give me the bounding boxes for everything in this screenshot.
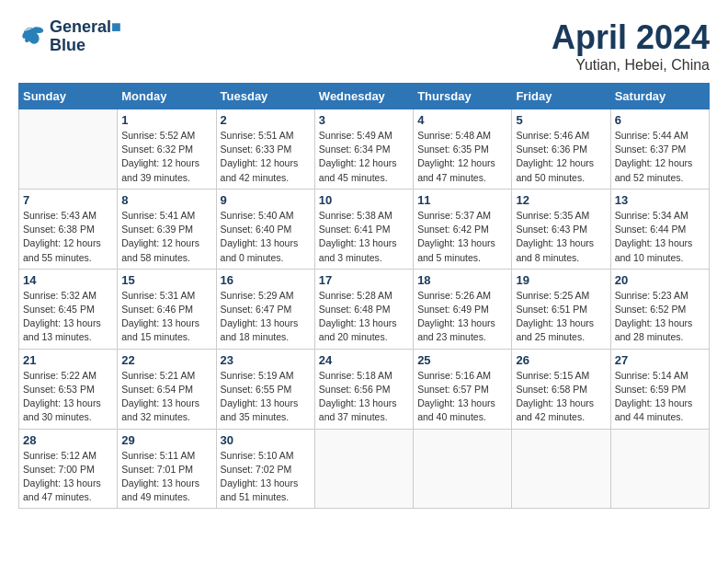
calendar-week-row: 7Sunrise: 5:43 AMSunset: 6:38 PMDaylight…	[19, 189, 710, 269]
day-info: Sunrise: 5:52 AMSunset: 6:32 PMDaylight:…	[121, 129, 211, 185]
calendar-cell: 11Sunrise: 5:37 AMSunset: 6:42 PMDayligh…	[414, 189, 512, 269]
day-number: 22	[121, 353, 211, 367]
day-number: 11	[417, 193, 507, 207]
day-info: Sunrise: 5:14 AMSunset: 6:59 PMDaylight:…	[615, 369, 705, 425]
day-number: 4	[417, 113, 507, 127]
calendar-cell: 23Sunrise: 5:19 AMSunset: 6:55 PMDayligh…	[216, 349, 314, 429]
column-header-monday: Monday	[118, 84, 216, 109]
calendar-week-row: 1Sunrise: 5:52 AMSunset: 6:32 PMDaylight…	[19, 109, 710, 190]
day-number: 10	[319, 193, 409, 207]
day-number: 13	[615, 193, 705, 207]
day-info: Sunrise: 5:40 AMSunset: 6:40 PMDaylight:…	[221, 209, 311, 265]
day-number: 16	[221, 273, 311, 287]
day-number: 28	[23, 433, 113, 447]
day-number: 6	[615, 113, 705, 127]
day-info: Sunrise: 5:23 AMSunset: 6:52 PMDaylight:…	[615, 289, 705, 345]
day-number: 19	[516, 273, 606, 287]
calendar-table: SundayMondayTuesdayWednesdayThursdayFrid…	[18, 83, 710, 509]
calendar-week-row: 14Sunrise: 5:32 AMSunset: 6:45 PMDayligh…	[19, 269, 710, 349]
day-number: 23	[221, 353, 311, 367]
day-number: 15	[121, 273, 211, 287]
calendar-cell: 12Sunrise: 5:35 AMSunset: 6:43 PMDayligh…	[512, 189, 610, 269]
calendar-cell	[314, 429, 413, 509]
calendar-cell: 10Sunrise: 5:38 AMSunset: 6:41 PMDayligh…	[314, 189, 413, 269]
day-number: 21	[23, 353, 113, 367]
calendar-cell: 22Sunrise: 5:21 AMSunset: 6:54 PMDayligh…	[118, 349, 216, 429]
day-number: 3	[319, 113, 409, 127]
calendar-cell: 3Sunrise: 5:49 AMSunset: 6:34 PMDaylight…	[314, 109, 413, 190]
day-number: 27	[615, 353, 705, 367]
day-info: Sunrise: 5:35 AMSunset: 6:43 PMDaylight:…	[516, 209, 606, 265]
day-info: Sunrise: 5:43 AMSunset: 6:38 PMDaylight:…	[23, 209, 113, 265]
calendar-cell: 29Sunrise: 5:11 AMSunset: 7:01 PMDayligh…	[118, 429, 216, 509]
day-info: Sunrise: 5:31 AMSunset: 6:46 PMDaylight:…	[121, 289, 211, 345]
day-number: 30	[221, 433, 311, 447]
day-number: 9	[221, 193, 311, 207]
day-info: Sunrise: 5:12 AMSunset: 7:00 PMDaylight:…	[23, 449, 113, 505]
day-info: Sunrise: 5:34 AMSunset: 6:44 PMDaylight:…	[615, 209, 705, 265]
calendar-cell: 20Sunrise: 5:23 AMSunset: 6:52 PMDayligh…	[610, 269, 709, 349]
day-info: Sunrise: 5:37 AMSunset: 6:42 PMDaylight:…	[417, 209, 507, 265]
day-number: 8	[121, 193, 211, 207]
logo-text: General■ Blue	[50, 18, 121, 55]
calendar-cell: 13Sunrise: 5:34 AMSunset: 6:44 PMDayligh…	[610, 189, 709, 269]
day-info: Sunrise: 5:15 AMSunset: 6:58 PMDaylight:…	[516, 369, 606, 425]
calendar-cell: 30Sunrise: 5:10 AMSunset: 7:02 PMDayligh…	[216, 429, 314, 509]
title-block: April 2024 Yutian, Hebei, China	[552, 18, 710, 74]
day-info: Sunrise: 5:10 AMSunset: 7:02 PMDaylight:…	[221, 449, 311, 505]
location-subtitle: Yutian, Hebei, China	[552, 57, 710, 74]
day-info: Sunrise: 5:28 AMSunset: 6:48 PMDaylight:…	[319, 289, 409, 345]
day-info: Sunrise: 5:18 AMSunset: 6:56 PMDaylight:…	[319, 369, 409, 425]
day-number: 20	[615, 273, 705, 287]
column-header-wednesday: Wednesday	[314, 84, 413, 109]
month-title: April 2024	[552, 18, 710, 57]
page-header: General■ Blue April 2024 Yutian, Hebei, …	[18, 18, 710, 74]
calendar-cell	[610, 429, 709, 509]
column-header-friday: Friday	[512, 84, 610, 109]
calendar-cell: 28Sunrise: 5:12 AMSunset: 7:00 PMDayligh…	[19, 429, 118, 509]
calendar-cell	[512, 429, 610, 509]
day-info: Sunrise: 5:41 AMSunset: 6:39 PMDaylight:…	[121, 209, 211, 265]
calendar-cell: 27Sunrise: 5:14 AMSunset: 6:59 PMDayligh…	[610, 349, 709, 429]
calendar-cell: 26Sunrise: 5:15 AMSunset: 6:58 PMDayligh…	[512, 349, 610, 429]
calendar-cell: 5Sunrise: 5:46 AMSunset: 6:36 PMDaylight…	[512, 109, 610, 190]
calendar-week-row: 21Sunrise: 5:22 AMSunset: 6:53 PMDayligh…	[19, 349, 710, 429]
day-number: 7	[23, 193, 113, 207]
day-info: Sunrise: 5:25 AMSunset: 6:51 PMDaylight:…	[516, 289, 606, 345]
calendar-cell: 21Sunrise: 5:22 AMSunset: 6:53 PMDayligh…	[19, 349, 118, 429]
day-info: Sunrise: 5:32 AMSunset: 6:45 PMDaylight:…	[23, 289, 113, 345]
day-info: Sunrise: 5:51 AMSunset: 6:33 PMDaylight:…	[221, 129, 311, 185]
calendar-cell: 25Sunrise: 5:16 AMSunset: 6:57 PMDayligh…	[414, 349, 512, 429]
calendar-cell: 8Sunrise: 5:41 AMSunset: 6:39 PMDaylight…	[118, 189, 216, 269]
day-info: Sunrise: 5:19 AMSunset: 6:55 PMDaylight:…	[221, 369, 311, 425]
day-info: Sunrise: 5:44 AMSunset: 6:37 PMDaylight:…	[615, 129, 705, 185]
calendar-cell: 4Sunrise: 5:48 AMSunset: 6:35 PMDaylight…	[414, 109, 512, 190]
day-number: 24	[319, 353, 409, 367]
day-info: Sunrise: 5:38 AMSunset: 6:41 PMDaylight:…	[319, 209, 409, 265]
day-number: 5	[516, 113, 606, 127]
calendar-week-row: 28Sunrise: 5:12 AMSunset: 7:00 PMDayligh…	[19, 429, 710, 509]
column-header-saturday: Saturday	[610, 84, 709, 109]
calendar-cell: 7Sunrise: 5:43 AMSunset: 6:38 PMDaylight…	[19, 189, 118, 269]
day-number: 1	[121, 113, 211, 127]
day-number: 17	[319, 273, 409, 287]
day-info: Sunrise: 5:48 AMSunset: 6:35 PMDaylight:…	[417, 129, 507, 185]
day-number: 29	[121, 433, 211, 447]
day-info: Sunrise: 5:26 AMSunset: 6:49 PMDaylight:…	[417, 289, 507, 345]
day-info: Sunrise: 5:22 AMSunset: 6:53 PMDaylight:…	[23, 369, 113, 425]
calendar-cell: 16Sunrise: 5:29 AMSunset: 6:47 PMDayligh…	[216, 269, 314, 349]
calendar-cell	[19, 109, 118, 190]
calendar-cell: 9Sunrise: 5:40 AMSunset: 6:40 PMDaylight…	[216, 189, 314, 269]
day-number: 26	[516, 353, 606, 367]
calendar-cell: 17Sunrise: 5:28 AMSunset: 6:48 PMDayligh…	[314, 269, 413, 349]
day-info: Sunrise: 5:11 AMSunset: 7:01 PMDaylight:…	[121, 449, 211, 505]
day-info: Sunrise: 5:16 AMSunset: 6:57 PMDaylight:…	[417, 369, 507, 425]
calendar-header-row: SundayMondayTuesdayWednesdayThursdayFrid…	[19, 84, 710, 109]
day-info: Sunrise: 5:29 AMSunset: 6:47 PMDaylight:…	[221, 289, 311, 345]
calendar-cell: 14Sunrise: 5:32 AMSunset: 6:45 PMDayligh…	[19, 269, 118, 349]
calendar-cell: 18Sunrise: 5:26 AMSunset: 6:49 PMDayligh…	[414, 269, 512, 349]
day-number: 14	[23, 273, 113, 287]
calendar-cell: 2Sunrise: 5:51 AMSunset: 6:33 PMDaylight…	[216, 109, 314, 190]
logo-icon	[18, 23, 46, 51]
calendar-cell	[414, 429, 512, 509]
